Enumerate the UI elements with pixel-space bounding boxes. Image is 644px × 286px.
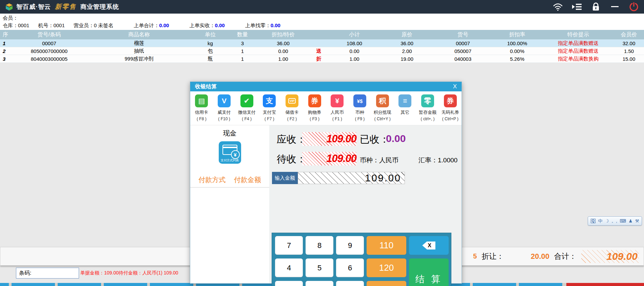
payment-method-信用卡[interactable]: ▤信用卡( F8 ) (190, 91, 213, 125)
amount-input[interactable]: 109.00 (298, 172, 405, 184)
payment-method-无码礼券[interactable]: 券无码礼券( Ctrl+P ) (439, 91, 462, 125)
payment-method-shortcut: ( F3 ) (310, 117, 319, 121)
威支付-icon: V (218, 94, 231, 107)
taskbar-item[interactable] (150, 283, 193, 286)
numpad-key-4[interactable]: 4 (275, 258, 303, 277)
session-field: 上单找零：0.00 (245, 22, 280, 29)
table-row[interactable]: 28050007000000抽纸包10.00送0.002.000500070.0… (0, 47, 644, 55)
session-field-label: 仓库： (3, 22, 18, 28)
column-header: 折扣/特价 (258, 31, 309, 38)
ime-chinese-mode-icon[interactable]: 中 (598, 219, 603, 223)
payment-method-shortcut: ( F4 ) (242, 117, 252, 121)
payment-method-暂存金额[interactable]: 零暂存金额( ctrl+, ) (416, 91, 439, 125)
table-cell: 5.26% (492, 56, 543, 62)
table-cell: 108.00 (329, 40, 380, 46)
session-field-value: 0.00 (159, 22, 169, 28)
币种-icon: ¥$ (353, 94, 366, 107)
taskbar-item[interactable] (58, 283, 101, 286)
payment-method-威支付[interactable]: V威支付( F10 ) (213, 91, 236, 125)
ime-settings-icon[interactable]: ⚒ (635, 219, 639, 223)
yen-circle-glyph: ¥ (231, 150, 240, 159)
table-row[interactable]: 100007榴莲kg336.00108.0036.0000007100.00%指… (0, 39, 644, 47)
table-cell: 15.00 (614, 56, 644, 62)
payment-method-支付宝[interactable]: 支支付宝( F7 ) (258, 91, 281, 125)
payment-method-币种[interactable]: ¥$币种( F9 ) (349, 91, 371, 125)
table-cell: 榴莲 (85, 40, 193, 47)
table-cell: 抽纸 (85, 48, 193, 54)
barcode-input[interactable]: 条码: (16, 268, 79, 279)
payment-method-name: 微信支付 (238, 109, 256, 115)
table-cell: 36.00 (258, 40, 309, 46)
信用卡-icon: ▤ (195, 94, 208, 107)
taskbar-item-active[interactable] (566, 283, 644, 286)
payment-method-储值卡[interactable]: VIP储值卡( F2 ) (281, 91, 304, 125)
taskbar-item[interactable] (519, 283, 562, 286)
column-header: 原价 (380, 31, 434, 38)
payment-method-积分抵现[interactable]: 积积分抵现( Ctrl+Y ) (371, 91, 394, 125)
table-cell: 包 (193, 48, 227, 54)
discount-label: 折让： (482, 251, 504, 262)
payment-method-微信支付[interactable]: ✔微信支付( F4 ) (235, 91, 258, 125)
numpad-key-7[interactable]: 7 (275, 236, 303, 255)
column-header: 数量 (227, 31, 258, 38)
table-cell: 1 (0, 40, 14, 46)
table-cell: 送 (309, 48, 329, 54)
app-title-accent: 新零售 (55, 2, 76, 11)
wifi-icon[interactable] (552, 1, 563, 12)
payment-method-name: 暂存金额 (419, 109, 436, 115)
received-label: 已收： (360, 133, 389, 146)
tab-payment-method[interactable]: 付款方式 (198, 175, 226, 184)
session-field-value: 0001 (18, 22, 29, 28)
numpad-key-2[interactable]: 2 (306, 281, 333, 286)
ime-halfwidth-moon-icon[interactable]: ☽ (605, 219, 609, 223)
quick-amount-120[interactable]: 120 (367, 258, 406, 277)
ime-punctuation-icon[interactable]: 。, (611, 219, 617, 223)
payment-method-name: 积分抵现 (374, 109, 391, 115)
table-row[interactable]: 38040003000005999感冒冲剂瓶11.00折1.0019.00040… (0, 55, 644, 63)
payment-method-购物券[interactable]: 券购物券( F3 ) (303, 91, 326, 125)
payment-method-list-icon[interactable]: ¥ 支付方式列表 (219, 141, 241, 164)
taskbar-item[interactable] (0, 283, 9, 286)
column-header: 序 (0, 31, 14, 38)
payment-method-其它[interactable]: ≡其它 (394, 91, 416, 125)
due-amount: 109.00 (326, 133, 356, 145)
table-cell: 瓶 (193, 56, 227, 62)
power-icon[interactable] (628, 1, 639, 12)
quick-amount-110[interactable]: 110 (367, 236, 406, 255)
tab-payment-amount[interactable]: 付款金额 (234, 175, 261, 184)
numpad-key-1[interactable]: 1 (275, 281, 303, 286)
menu-collapse-icon[interactable] (571, 1, 582, 12)
taskbar-item[interactable] (12, 283, 55, 286)
backspace-key[interactable]: X (409, 236, 449, 255)
quick-amount-150[interactable]: 150 (367, 281, 406, 286)
numpad-key-8[interactable]: 8 (306, 236, 333, 255)
close-icon[interactable]: X (453, 83, 457, 90)
taskbar-item[interactable] (104, 283, 147, 286)
column-header: 特价提示 (543, 31, 614, 38)
table-cell: 8040003000005 (14, 56, 85, 62)
numpad-key-3[interactable]: 3 (336, 281, 364, 286)
table-cell: 指定单品满数赠送 (543, 40, 614, 47)
taskbar-item[interactable] (473, 283, 516, 286)
numpad-key-5[interactable]: 5 (306, 258, 333, 277)
table-cell: 00007 (434, 40, 492, 46)
ime-input-method-icon[interactable]: Q (591, 219, 596, 223)
table-cell: 040003 (434, 56, 492, 62)
numpad-key-9[interactable]: 9 (336, 236, 364, 255)
table-cell: 36.00 (380, 40, 434, 46)
ime-softkeyboard-icon[interactable]: ⌨ (620, 219, 626, 223)
session-field-label: 上单找零： (245, 22, 271, 28)
ime-language-bar: Q中☽。,⌨♟⚒ (588, 216, 642, 226)
ime-user-dict-icon[interactable]: ♟ (629, 219, 633, 223)
items-table-body: 100007榴莲kg336.00108.0036.0000007100.00%指… (0, 39, 644, 63)
numpad-key-6[interactable]: 6 (336, 258, 364, 277)
backspace-icon: X (422, 242, 435, 250)
table-cell: 折 (309, 56, 329, 62)
settle-button[interactable]: 结 算 (409, 258, 449, 286)
minimize-icon[interactable] (609, 1, 620, 12)
column-header: 小计 (329, 31, 380, 38)
session-info: 会员： 仓库：0001机号：0001营业员：0 未签名上单合计：0.00上单实收… (0, 14, 644, 30)
numpad: 7894561230.退格110120150200X结 算退 出 (272, 233, 451, 286)
payment-method-人民币[interactable]: ¥人民币( F1 ) (326, 91, 349, 125)
lock-icon[interactable] (590, 1, 601, 12)
